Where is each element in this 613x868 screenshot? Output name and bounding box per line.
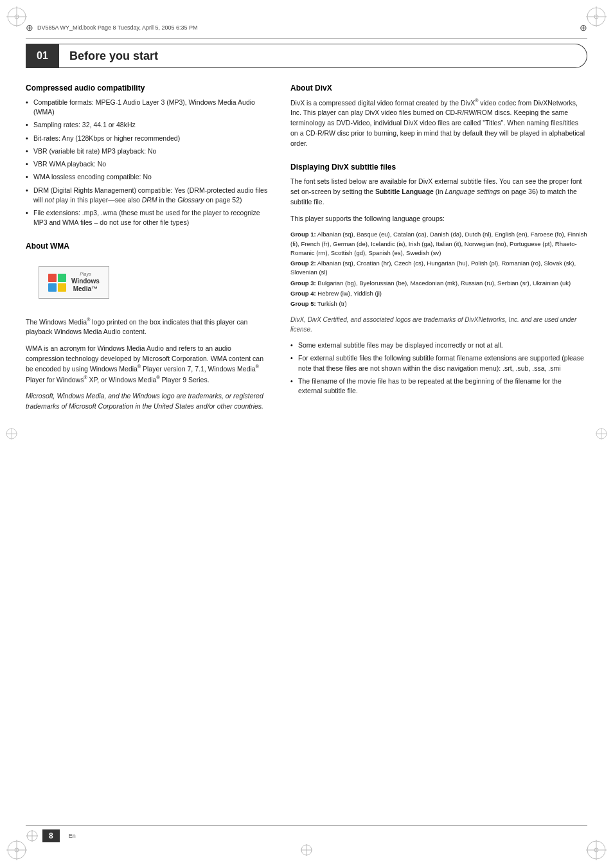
footer: 8 En xyxy=(26,825,587,842)
page-number: 8 xyxy=(42,829,60,842)
reg-mark-tl xyxy=(5,5,28,28)
list-item: VBR WMA playback: No xyxy=(26,159,269,169)
section-compressed-audio-title: Compressed audio compatibility xyxy=(26,84,269,93)
bottom-center-crosshair xyxy=(300,844,313,858)
windows-label: Windows xyxy=(71,278,100,285)
list-item: File extensions: .mp3, .wma (these must … xyxy=(26,208,269,227)
left-column: Compressed audio compatibility Compatibl… xyxy=(26,84,284,817)
chapter-title: Before you start xyxy=(69,49,158,63)
section-about-wma: About WMA Plays Windows Media™ xyxy=(26,242,269,411)
list-item: The filename of the movie file has to be… xyxy=(290,376,587,396)
group-5-entry: Group 5: Turkish (tr) xyxy=(290,299,587,308)
chapter-header: 01 Before you start xyxy=(26,44,587,68)
page-language: En xyxy=(69,833,76,839)
content-area: Compressed audio compatibility Compatibl… xyxy=(26,84,587,817)
wma-text-block: Plays Windows Media™ xyxy=(71,272,100,292)
wma-para-3: Microsoft, Windows Media, and the Window… xyxy=(26,391,269,412)
right-mid-crosshair xyxy=(595,427,608,441)
chapter-title-box: Before you start xyxy=(59,44,587,68)
reg-mark-bl xyxy=(5,838,28,863)
right-column: About DivX DivX is a compressed digital … xyxy=(284,84,587,817)
wma-logo-box: Plays Windows Media™ xyxy=(39,266,109,298)
list-item: Compatible formats: MPEG-1 Audio Layer 3… xyxy=(26,98,269,117)
section-divx-subtitles: Displaying DivX subtitle files The font … xyxy=(290,163,587,396)
crosshair-symbol-right: ⊕ xyxy=(580,22,587,33)
subtitle-intro: The font sets listed below are available… xyxy=(290,177,587,207)
reg-mark-br xyxy=(585,838,608,863)
group-3-entry: Group 3: Bulgarian (bg), Byelorussian (b… xyxy=(290,279,587,288)
divx-para-1: DivX is a compressed digital video forma… xyxy=(290,98,587,148)
section-about-divx-title: About DivX xyxy=(290,84,587,93)
crosshair-symbol: ⊕ xyxy=(26,22,33,33)
plays-label: Plays xyxy=(80,272,91,277)
wma-para-1: The Windows Media® logo printed on the b… xyxy=(26,317,269,337)
group-4-entry: Group 4: Hebrew (iw), Yiddish (ji) xyxy=(290,289,587,298)
list-item: VBR (variable bit rate) MP3 playback: No xyxy=(26,146,269,156)
list-item: Sampling rates: 32, 44.1 or 48kHz xyxy=(26,120,269,130)
left-mid-crosshair xyxy=(5,427,18,441)
language-groups-list: Group 1: Albanian (sq), Basque (eu), Cat… xyxy=(290,230,587,308)
section-compressed-audio: Compressed audio compatibility Compatibl… xyxy=(26,84,269,227)
list-item: Some external subtitle files may be disp… xyxy=(290,341,587,350)
media-label: Media™ xyxy=(73,285,98,293)
section-about-divx: About DivX DivX is a compressed digital … xyxy=(290,84,587,148)
file-info: DV585A WY_Mid.book Page 8 Tuesday, April… xyxy=(37,24,197,31)
windows-logo-icon xyxy=(48,274,66,292)
chapter-number: 01 xyxy=(26,44,59,68)
divx-trademark-note: DivX, DivX Certified, and associated log… xyxy=(290,315,587,334)
top-bar: ⊕ DV585A WY_Mid.book Page 8 Tuesday, Apr… xyxy=(26,19,587,39)
subtitle-notes-list: Some external subtitle files may be disp… xyxy=(290,341,587,396)
reg-mark-tr xyxy=(585,5,608,28)
language-groups-intro: This player supports the following langu… xyxy=(290,214,587,224)
group-2-entry: Group 2: Albanian (sq), Croatian (hr), C… xyxy=(290,259,587,278)
list-item: WMA lossless encoding compatible: No xyxy=(26,172,269,182)
compressed-audio-list: Compatible formats: MPEG-1 Audio Layer 3… xyxy=(26,98,269,227)
group-1-entry: Group 1: Albanian (sq), Basque (eu), Cat… xyxy=(290,230,587,258)
wma-para-2: WMA is an acronym for Windows Media Audi… xyxy=(26,344,269,385)
section-divx-subtitles-title: Displaying DivX subtitle files xyxy=(290,163,587,172)
section-about-wma-title: About WMA xyxy=(26,242,269,251)
list-item: For external subtitle files the followin… xyxy=(290,353,587,373)
list-item: Bit-rates: Any (128Kbps or higher recomm… xyxy=(26,134,269,143)
list-item: DRM (Digital Rights Management) compatib… xyxy=(26,186,269,205)
